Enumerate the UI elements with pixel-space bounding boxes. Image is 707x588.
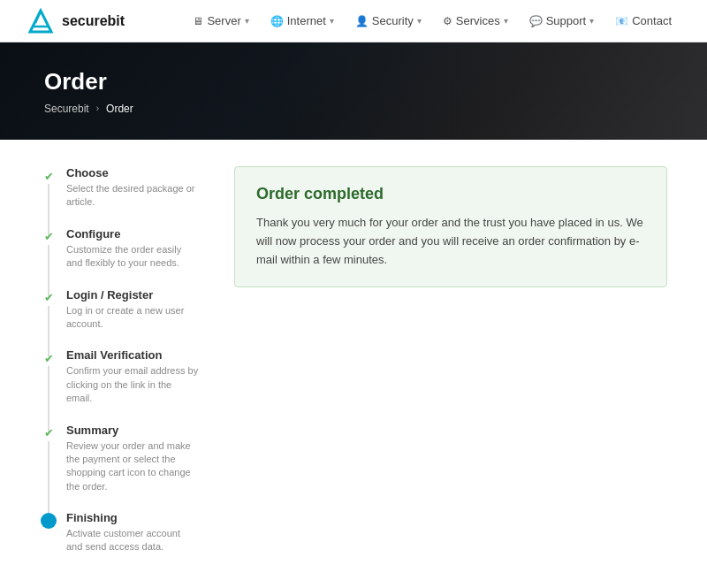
svg-marker-0 — [30, 11, 51, 32]
nav-label-contact: Contact — [632, 14, 672, 27]
nav-label-support: Support — [546, 14, 587, 27]
breadcrumb: Securebit › Order — [44, 103, 663, 115]
steps-sidebar: ✔ Choose Select the desired package or a… — [40, 166, 217, 572]
security-caret: ▾ — [417, 16, 422, 26]
step-summary: ✔ Summary Review your order and make the… — [40, 424, 199, 494]
step-email-text: Email Verification Confirm your email ad… — [66, 348, 199, 405]
step-choose-text: Choose Select the desired package or art… — [66, 166, 199, 210]
order-completed-title: Order completed — [256, 185, 645, 203]
support-icon: 💬 — [529, 15, 543, 27]
step-choose: ✔ Choose Select the desired package or a… — [40, 166, 199, 210]
step-login-icon: ✔ — [40, 289, 57, 307]
breadcrumb-home[interactable]: Securebit — [44, 103, 89, 115]
step-email-desc: Confirm your email address by clicking o… — [66, 364, 199, 405]
nav-label-internet: Internet — [287, 14, 326, 27]
step-summary-title: Summary — [66, 424, 199, 437]
step-configure-text: Configure Customize the order easily and… — [66, 227, 199, 271]
logo[interactable]: securebit — [27, 7, 125, 35]
hero-section: Order Securebit › Order — [0, 42, 707, 140]
nav-item-contact[interactable]: 📧 Contact — [606, 9, 680, 33]
page-content: ✔ Choose Select the desired package or a… — [22, 140, 685, 588]
server-caret: ▾ — [245, 16, 249, 26]
step-finishing-icon — [40, 512, 57, 530]
server-icon: 🖥 — [193, 15, 203, 27]
contact-icon: 📧 — [615, 15, 628, 27]
breadcrumb-separator: › — [96, 103, 99, 113]
nav-item-security[interactable]: 👤 Security ▾ — [346, 9, 430, 33]
nav-item-server[interactable]: 🖥 Server ▾ — [184, 9, 257, 33]
step-finishing-text: Finishing Activate customer account and … — [66, 511, 199, 554]
nav-label-services: Services — [456, 14, 500, 27]
step-configure: ✔ Configure Customize the order easily a… — [40, 227, 199, 271]
support-caret: ▾ — [589, 16, 594, 26]
breadcrumb-current: Order — [106, 103, 133, 115]
step-choose-desc: Select the desired package or article. — [66, 182, 199, 210]
step-email-icon: ✔ — [40, 349, 57, 367]
main-area: Order completed Thank you very much for … — [217, 166, 667, 572]
step-finishing-desc: Activate customer account and send acces… — [66, 527, 199, 554]
step-login-title: Login / Register — [66, 288, 199, 302]
step-configure-icon: ✔ — [40, 228, 57, 246]
internet-icon: 🌐 — [270, 15, 284, 27]
step-finishing-title: Finishing — [66, 511, 199, 524]
services-caret: ▾ — [504, 16, 508, 26]
nav-item-services[interactable]: ⚙ Services ▾ — [434, 9, 517, 33]
step-summary-icon: ✔ — [40, 424, 57, 442]
page-title: Order — [44, 68, 663, 95]
order-completed-text: Thank you very much for your order and t… — [256, 214, 645, 269]
step-login-text: Login / Register Log in or create a new … — [66, 288, 199, 332]
navbar: securebit 🖥 Server ▾ 🌐 Internet ▾ 👤 Secu… — [0, 0, 707, 42]
step-login-desc: Log in or create a new user account. — [66, 304, 199, 332]
step-choose-icon: ✔ — [40, 167, 57, 185]
nav-label-server: Server — [207, 14, 240, 27]
step-summary-desc: Review your order and make the payment o… — [66, 439, 199, 494]
logo-icon — [27, 7, 55, 35]
step-email: ✔ Email Verification Confirm your email … — [40, 348, 199, 405]
step-configure-desc: Customize the order easily and flexibly … — [66, 243, 199, 271]
step-email-title: Email Verification — [66, 348, 199, 362]
logo-text: securebit — [62, 13, 125, 29]
step-summary-text: Summary Review your order and make the p… — [66, 424, 199, 494]
step-configure-title: Configure — [66, 227, 199, 241]
step-finishing: Finishing Activate customer account and … — [40, 511, 199, 554]
services-icon: ⚙ — [443, 15, 452, 27]
order-completed-box: Order completed Thank you very much for … — [234, 166, 667, 287]
internet-caret: ▾ — [330, 16, 334, 26]
nav-links: 🖥 Server ▾ 🌐 Internet ▾ 👤 Security ▾ ⚙ S… — [184, 9, 680, 33]
nav-label-security: Security — [372, 14, 414, 27]
step-choose-title: Choose — [66, 166, 199, 179]
nav-item-internet[interactable]: 🌐 Internet ▾ — [262, 9, 343, 33]
step-login: ✔ Login / Register Log in or create a ne… — [40, 288, 199, 332]
security-icon: 👤 — [355, 15, 369, 27]
nav-item-support[interactable]: 💬 Support ▾ — [521, 9, 604, 33]
step-active-dot — [41, 513, 57, 529]
